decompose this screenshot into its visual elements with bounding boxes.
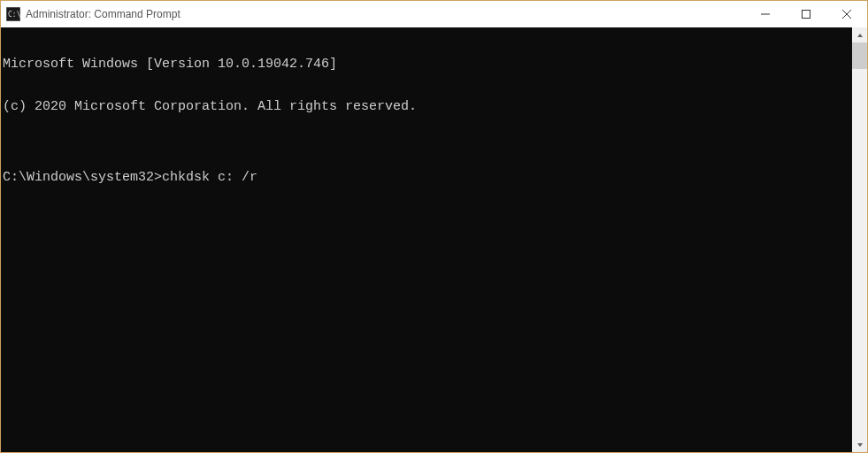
svg-marker-7 [857, 443, 863, 447]
terminal-line: Microsoft Windows [Version 10.0.19042.74… [3, 58, 852, 72]
command-prompt-window: C:\ Administrator: Command Prompt Micros… [0, 0, 868, 453]
cmd-icon: C:\ [6, 7, 20, 21]
vertical-scrollbar[interactable] [852, 27, 867, 452]
terminal-content[interactable]: Microsoft Windows [Version 10.0.19042.74… [1, 27, 852, 452]
window-title: Administrator: Command Prompt [26, 8, 745, 20]
scroll-down-arrow-icon[interactable] [852, 437, 867, 452]
window-controls [745, 1, 867, 27]
maximize-button[interactable] [786, 1, 826, 27]
svg-marker-6 [857, 34, 863, 37]
svg-rect-3 [803, 11, 810, 19]
scroll-thumb[interactable] [852, 42, 867, 69]
svg-text:C:\: C:\ [8, 11, 20, 19]
minimize-button[interactable] [745, 1, 786, 27]
close-button[interactable] [826, 1, 867, 27]
terminal-line: (c) 2020 Microsoft Corporation. All righ… [3, 100, 852, 114]
scroll-track[interactable] [852, 42, 867, 437]
titlebar[interactable]: C:\ Administrator: Command Prompt [1, 1, 867, 27]
scroll-up-arrow-icon[interactable] [852, 27, 867, 42]
terminal-area[interactable]: Microsoft Windows [Version 10.0.19042.74… [1, 27, 867, 452]
terminal-line: C:\Windows\system32>chkdsk c: /r [3, 171, 852, 185]
